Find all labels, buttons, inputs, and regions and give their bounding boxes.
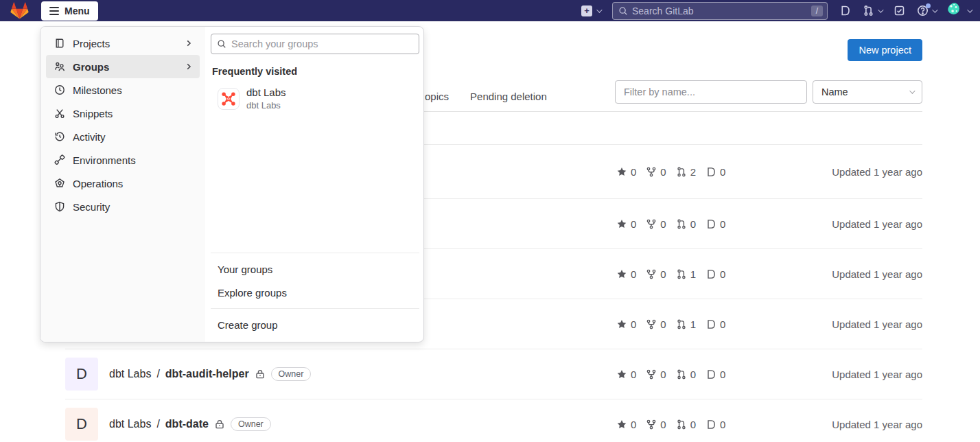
forks-stat[interactable]: 0: [646, 318, 666, 330]
chevron-right-icon: [185, 62, 193, 71]
user-menu[interactable]: [948, 3, 971, 19]
menu-button-label: Menu: [65, 5, 90, 16]
issues-icon[interactable]: [839, 5, 851, 16]
groups-search: [211, 34, 419, 54]
todos-icon[interactable]: [894, 5, 905, 16]
updated-timestamp: Updated 1 year ago: [832, 419, 922, 430]
new-project-button[interactable]: New project: [848, 39, 922, 61]
merge-request-icon: [676, 369, 687, 380]
menu-item-label: Security: [73, 201, 110, 213]
menu-item-security[interactable]: Security: [46, 195, 200, 218]
project-name[interactable]: dbt Labs / dbt-date Owner: [109, 417, 271, 431]
your-groups-link[interactable]: Your groups: [205, 257, 424, 281]
history-icon: [54, 131, 65, 142]
plus-icon: +: [581, 5, 592, 16]
project-row[interactable]: D dbt Labs / dbt-audit-helper Owner 0 0 …: [65, 349, 922, 399]
sort-dropdown[interactable]: Name: [813, 80, 922, 104]
menu-item-label: Projects: [73, 38, 110, 49]
merge-requests-stat[interactable]: 1: [676, 318, 696, 330]
tab-pending-deletion[interactable]: Pending deletion: [470, 91, 547, 102]
explore-groups-link[interactable]: Explore groups: [205, 281, 424, 304]
fork-icon: [646, 218, 657, 229]
chevron-right-icon: [185, 39, 193, 47]
menu-item-milestones[interactable]: Milestones: [46, 78, 200, 102]
merge-requests-stat[interactable]: 2: [676, 166, 696, 178]
merge-request-icon: [676, 268, 687, 279]
merge-requests-stat[interactable]: 1: [676, 268, 696, 280]
forks-stat[interactable]: 0: [646, 218, 666, 230]
menu-item-snippets[interactable]: Snippets: [46, 102, 200, 125]
search-shortcut-key: /: [811, 5, 823, 16]
issues-stat[interactable]: 0: [705, 218, 725, 230]
sort-dropdown-label: Name: [821, 86, 848, 97]
create-group-link[interactable]: Create group: [205, 313, 424, 336]
avatar: [948, 3, 964, 19]
project-row[interactable]: D dbt Labs / dbt-date Owner 0 0 0 0 Upda…: [65, 399, 922, 442]
search-icon: [217, 39, 226, 49]
merge-requests-stat[interactable]: 0: [676, 369, 696, 380]
issues-stat[interactable]: 0: [705, 166, 725, 178]
merge-request-icon: [676, 419, 687, 430]
forks-stat[interactable]: 0: [646, 419, 666, 430]
updated-timestamp: Updated 1 year ago: [832, 218, 922, 230]
issues-icon: [705, 166, 716, 177]
issues-stat[interactable]: 0: [705, 369, 725, 380]
project-avatar[interactable]: D: [65, 408, 98, 441]
menu-item-label: Environments: [73, 154, 136, 166]
project-name[interactable]: dbt Labs / dbt-audit-helper Owner: [109, 367, 311, 381]
menu-items-column: Projects Groups Milestones Snippets: [40, 27, 205, 342]
project-title[interactable]: dbt-audit-helper: [165, 368, 249, 380]
merge-request-icon: [676, 166, 687, 177]
star-icon: [616, 369, 627, 380]
issues-stat[interactable]: 0: [705, 419, 725, 430]
group-icon: [54, 61, 65, 72]
project-stats: 0 0 0 0: [616, 218, 725, 230]
clock-icon: [54, 84, 65, 95]
merge-request-icon: [863, 5, 874, 16]
stars-stat[interactable]: 0: [616, 218, 636, 230]
menu-item-label: Operations: [73, 178, 123, 189]
environment-icon: [54, 154, 65, 165]
stars-stat[interactable]: 0: [616, 268, 636, 280]
group-title: dbt Labs: [246, 86, 286, 98]
new-item-dropdown[interactable]: +: [581, 5, 600, 16]
project-icon: [54, 38, 65, 49]
project-avatar[interactable]: D: [65, 358, 98, 391]
menu-item-activity[interactable]: Activity: [46, 125, 200, 148]
menu-item-groups[interactable]: Groups: [46, 55, 200, 78]
tab-explore-topics[interactable]: opics: [425, 91, 449, 102]
issues-stat[interactable]: 0: [705, 318, 725, 330]
menu-button[interactable]: Menu: [41, 1, 98, 21]
stars-stat[interactable]: 0: [616, 318, 636, 330]
menu-item-label: Groups: [73, 61, 109, 73]
forks-stat[interactable]: 0: [646, 268, 666, 280]
hamburger-icon: [49, 7, 59, 15]
merge-requests-stat[interactable]: 0: [676, 419, 696, 430]
navbar-search-input[interactable]: [632, 5, 807, 16]
filter-by-name-input[interactable]: [615, 80, 807, 104]
stars-stat[interactable]: 0: [616, 419, 636, 430]
forks-stat[interactable]: 0: [646, 166, 666, 178]
forks-stat[interactable]: 0: [646, 369, 666, 380]
gitlab-logo-icon[interactable]: [10, 2, 29, 19]
menu-item-operations[interactable]: Operations: [46, 172, 200, 195]
lock-icon: [214, 419, 225, 430]
help-dropdown[interactable]: [917, 5, 936, 16]
group-subtitle: dbt Labs: [246, 100, 286, 110]
project-stats: 0 0 2 0: [616, 166, 725, 178]
issues-stat[interactable]: 0: [705, 268, 725, 280]
fork-icon: [646, 419, 657, 430]
frequent-group-dbt-labs[interactable]: dbt Labs dbt Labs: [218, 86, 419, 110]
stars-stat[interactable]: 0: [616, 369, 636, 380]
merge-requests-stat[interactable]: 0: [676, 218, 696, 230]
menu-dropdown-panel: Projects Groups Milestones Snippets: [40, 26, 424, 342]
shield-icon: [54, 201, 65, 212]
stars-stat[interactable]: 0: [616, 166, 636, 178]
project-namespace[interactable]: dbt Labs: [109, 368, 151, 380]
project-title[interactable]: dbt-date: [165, 418, 209, 430]
merge-requests-dropdown[interactable]: [863, 5, 882, 16]
menu-item-projects[interactable]: Projects: [46, 32, 200, 55]
project-namespace[interactable]: dbt Labs: [109, 418, 151, 430]
groups-search-input[interactable]: [231, 38, 413, 49]
menu-item-environments[interactable]: Environments: [46, 148, 200, 172]
